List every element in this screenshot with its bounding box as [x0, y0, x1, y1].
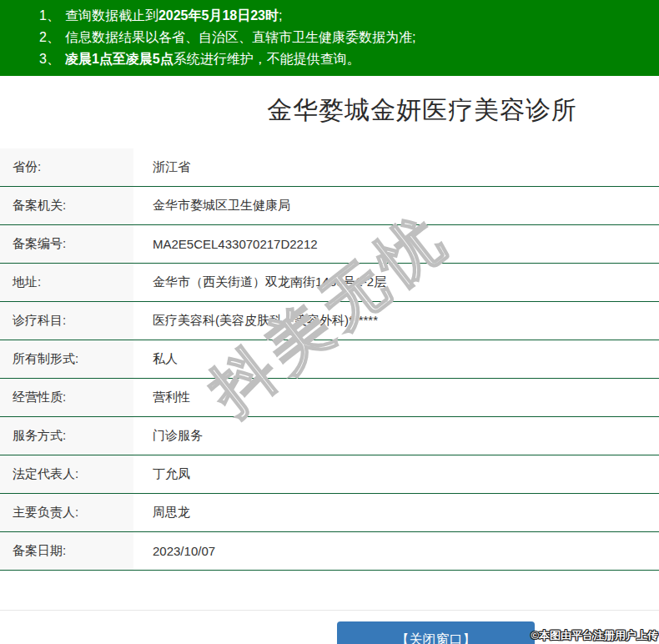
field-value: 浙江省 — [133, 148, 659, 186]
field-label: 备案编号: — [0, 225, 133, 263]
notice-line-3: 3、凌晨1点至凌晨5点系统进行维护，不能提供查询。 — [39, 48, 659, 70]
query-result-page: { "colors": { "header_green": "#008000",… — [0, 0, 659, 644]
notice-number: 3、 — [39, 52, 60, 66]
table-row: 服务方式:门诊服务 — [0, 417, 659, 455]
table-row: 地址:金华市（西关街道）双龙南街1486号1-2层 — [0, 264, 659, 302]
table-row: 备案日期:2023/10/07 — [0, 532, 659, 571]
footer-divider — [0, 610, 659, 611]
close-window-button[interactable]: 【关闭窗口】 — [337, 621, 535, 644]
notice-line-1: 1、查询数据截止到2025年5月18日23时; — [39, 5, 659, 27]
table-row: 省份:浙江省 — [0, 148, 659, 187]
field-value: 门诊服务 — [133, 417, 659, 455]
field-value: 2023/10/07 — [133, 532, 659, 570]
field-value: MA2E5CEL433070217D2212 — [133, 225, 659, 263]
notice-number: 2、 — [39, 30, 60, 44]
notice-text-bold: 2025年5月18日23时 — [158, 8, 279, 23]
field-label: 服务方式: — [0, 417, 133, 455]
table-row: 备案机关:金华市婺城区卫生健康局 — [0, 187, 659, 225]
field-value: 金华市（西关街道）双龙南街1486号1-2层 — [133, 264, 659, 301]
table-row: 法定代表人:丁允凤 — [0, 455, 659, 494]
field-label: 所有制形式: — [0, 340, 133, 378]
field-label: 诊疗科目: — [0, 302, 133, 340]
table-row: 所有制形式:私人 — [0, 340, 659, 379]
field-label: 备案机关: — [0, 187, 133, 224]
field-value: 周思龙 — [133, 494, 659, 531]
field-label: 经营性质: — [0, 379, 133, 416]
notice-bar: 1、查询数据截止到2025年5月18日23时; 2、信息数据结果以各省、自治区、… — [0, 0, 659, 76]
notice-text: ; — [279, 8, 282, 23]
notice-text: 信息数据结果以各省、自治区、直辖市卫生健康委数据为准; — [65, 30, 415, 44]
field-value: 医疗美容科(美容皮肤科、美容外科)****** — [133, 302, 659, 340]
table-row: 经营性质:营利性 — [0, 379, 659, 417]
table-row: 诊疗科目:医疗美容科(美容皮肤科、美容外科)****** — [0, 302, 659, 340]
record-table: 省份:浙江省备案机关:金华市婺城区卫生健康局备案编号:MA2E5CEL43307… — [0, 148, 659, 571]
notice-text: 系统进行维护，不能提供查询。 — [174, 52, 360, 66]
field-value: 私人 — [133, 340, 659, 378]
copyright-note: ©本图由平台注册用户上传 — [531, 628, 658, 643]
field-label: 主要负责人: — [0, 494, 133, 531]
notice-number: 1、 — [39, 8, 60, 23]
notice-text: 查询数据截止到 — [65, 8, 158, 23]
notice-line-2: 2、信息数据结果以各省、自治区、直辖市卫生健康委数据为准; — [39, 27, 659, 48]
field-label: 备案日期: — [0, 532, 133, 570]
table-row: 主要负责人:周思龙 — [0, 494, 659, 532]
field-value: 营利性 — [133, 379, 659, 416]
notice-text-bold: 凌晨1点至凌晨5点 — [65, 52, 174, 66]
field-value: 丁允凤 — [133, 455, 659, 493]
field-label: 省份: — [0, 148, 133, 186]
field-value: 金华市婺城区卫生健康局 — [133, 187, 659, 224]
field-label: 法定代表人: — [0, 455, 133, 493]
table-row: 备案编号:MA2E5CEL433070217D2212 — [0, 225, 659, 264]
clinic-title: 金华婺城金妍医疗美容诊所 — [267, 93, 577, 128]
field-label: 地址: — [0, 264, 133, 301]
